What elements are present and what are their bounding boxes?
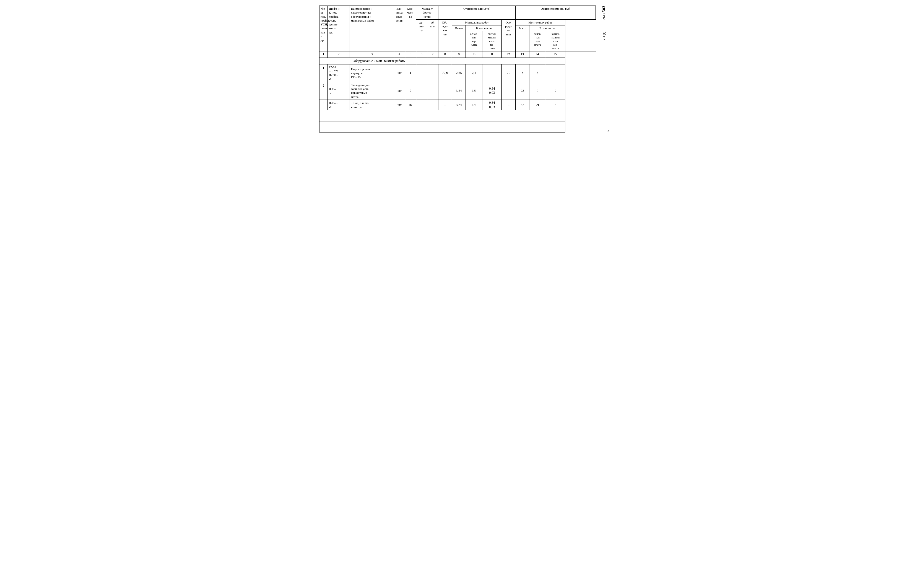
row1-num: I bbox=[320, 64, 328, 82]
header-mount-incl: В том числе bbox=[466, 26, 502, 31]
table-row: 3 II-652--7 То же, для ма-нометра шт I6 … bbox=[320, 100, 596, 110]
header-mass-gen: об-щая bbox=[427, 19, 438, 51]
header-mass-unit: еди-ни-цы bbox=[416, 19, 427, 51]
colnum-1: I bbox=[320, 51, 328, 58]
colnum-4: 4 bbox=[394, 51, 405, 58]
row1-mass-gen bbox=[427, 64, 438, 82]
header-mount-total: Монтажных работ bbox=[516, 19, 565, 25]
row2-eq-total: – bbox=[502, 82, 516, 100]
row2-unit: шт bbox=[394, 82, 405, 100]
row1-total-mach: – bbox=[546, 64, 565, 82]
row3-unit: шт bbox=[394, 100, 405, 110]
row3-eq-cost: – bbox=[438, 100, 452, 110]
row3-mount-total: 3,24 bbox=[452, 100, 466, 110]
row1-name: Регулятор тем-пературыРТ – 15 bbox=[350, 64, 394, 82]
row3-qty: I6 bbox=[405, 100, 416, 110]
header-total-incl: В том числе bbox=[529, 26, 565, 31]
row2-name: Закладные де-тали для уста-новки термо-м… bbox=[350, 82, 394, 100]
header-mach-salary: эксплумашинв т.ч.зар-плата bbox=[482, 31, 502, 52]
row1-mass-unit bbox=[416, 64, 427, 82]
header-eq-total: Ооо-рудо-ва-ния bbox=[502, 19, 516, 51]
row1-mount-mach: – bbox=[482, 64, 502, 82]
column-numbers-row: I 2 3 4 5 6 7 8 9 I0 II I2 I3 I4 I5 bbox=[320, 51, 596, 58]
colnum-14: I4 bbox=[529, 51, 546, 58]
row1-eq-cost: 70,0 bbox=[438, 64, 452, 82]
colnum-10: I0 bbox=[466, 51, 482, 58]
row3-total-total: 52 bbox=[516, 100, 529, 110]
header-total-cost: Оощая стоимость, руб. bbox=[516, 6, 596, 19]
row3-mass-gen bbox=[427, 100, 438, 110]
row2-total-mach: 2 bbox=[546, 82, 565, 100]
row3-mount-mach: 0,340,03 bbox=[482, 100, 502, 110]
side-label-minus95: -95 bbox=[606, 130, 610, 134]
row3-eq-total: – bbox=[502, 100, 516, 110]
header-col3: Наименование ихарактеристикаоборудования… bbox=[350, 6, 394, 52]
colnum-12: I2 bbox=[502, 51, 516, 58]
row3-code: II-652--7 bbox=[328, 100, 350, 110]
row2-mass-unit bbox=[416, 82, 427, 100]
colnum-2: 2 bbox=[328, 51, 350, 58]
colnum-13: I3 bbox=[516, 51, 529, 58]
header-eq-cost: Обо-рудо-ва-ния bbox=[438, 19, 452, 51]
row1-total-total: 3 bbox=[516, 64, 529, 82]
colnum-15: I5 bbox=[546, 51, 565, 58]
header-total-mach-salary: экспломашинв т.ч.зар-плата bbox=[546, 31, 565, 52]
header-unit-cost: Стоимость един.руб. bbox=[438, 6, 516, 19]
empty-row-2 bbox=[320, 121, 596, 132]
row1-total-main: 3 bbox=[529, 64, 546, 82]
header-col5: Коли-чест-во bbox=[405, 6, 416, 52]
colnum-3: 3 bbox=[350, 51, 394, 58]
section-title: Оборудование и мон- тажные работы bbox=[320, 58, 565, 64]
header-row-1: №пш пос.прейск.УСН,ценни-ков идр. Шифр и… bbox=[320, 6, 596, 19]
colnum-7: 7 bbox=[427, 51, 438, 58]
row3-total-mach: 5 bbox=[546, 100, 565, 110]
header-mount-total-col: Всего bbox=[452, 26, 466, 52]
row3-mass-unit bbox=[416, 100, 427, 110]
row2-mount-total: 3,24 bbox=[452, 82, 466, 100]
colnum-9: 9 bbox=[452, 51, 466, 58]
colnum-8: 8 bbox=[438, 51, 452, 58]
row2-mount-mach: 0,340,03 bbox=[482, 82, 502, 100]
header-main-salary: основ-наязар-плата bbox=[466, 31, 482, 52]
row2-num: 2 bbox=[320, 82, 328, 100]
empty-row bbox=[320, 110, 596, 121]
header-mass: Масса, тбруттонетто bbox=[416, 6, 438, 19]
header-mount-works: Монтажных работ bbox=[452, 19, 502, 25]
colnum-5: 5 bbox=[405, 51, 416, 58]
page-wrapper: 503 -9/D УП (I) -95 bbox=[319, 5, 596, 132]
colnum-11: II bbox=[482, 51, 502, 58]
row2-mount-main: I,3I bbox=[466, 82, 482, 100]
colnum-6: 6 bbox=[416, 51, 427, 58]
row2-total-main: 9 bbox=[529, 82, 546, 100]
row3-mount-main: I,3I bbox=[466, 100, 482, 110]
row2-mass-gen bbox=[427, 82, 438, 100]
side-label-503: 503 bbox=[602, 5, 606, 12]
row1-mount-total: 2,55 bbox=[452, 64, 466, 82]
row2-qty: 7 bbox=[405, 82, 416, 100]
side-label-9d: -9/D bbox=[602, 13, 606, 20]
header-total-main-salary: основ-наязар-плата bbox=[529, 31, 546, 52]
row2-eq-cost: – bbox=[438, 82, 452, 100]
row2-total-total: 23 bbox=[516, 82, 529, 100]
row1-code: 17-04стр.570II-390--1 bbox=[328, 64, 350, 82]
row3-name: То же, для ма-нометра bbox=[350, 100, 394, 110]
row1-qty: I bbox=[405, 64, 416, 82]
header-col4: Еди-ницаизме-рения bbox=[394, 6, 405, 52]
section-title-row: Оборудование и мон- тажные работы bbox=[320, 58, 596, 64]
header-col2: Шифр иК поз.прейск.УСН,ценни-ков идр. bbox=[328, 6, 350, 52]
header-total-mount-col: Всего bbox=[516, 26, 529, 52]
row1-mount-main: 2,5 bbox=[466, 64, 482, 82]
table-row: 2 II-652--7 Закладные де-тали для уста-н… bbox=[320, 82, 596, 100]
row1-eq-total: 70 bbox=[502, 64, 516, 82]
row2-code: II-652--7 bbox=[328, 82, 350, 100]
side-label-up1: УП (I) bbox=[602, 32, 606, 40]
row3-num: 3 bbox=[320, 100, 328, 110]
header-col1: №пш пос.прейск.УСН,ценни-ков идр. bbox=[320, 6, 328, 52]
row3-total-main: 2I bbox=[529, 100, 546, 110]
row1-unit: шт bbox=[394, 64, 405, 82]
main-table: №пш пос.прейск.УСН,ценни-ков идр. Шифр и… bbox=[319, 5, 596, 132]
table-row: I 17-04стр.570II-390--1 Регулятор тем-пе… bbox=[320, 64, 596, 82]
